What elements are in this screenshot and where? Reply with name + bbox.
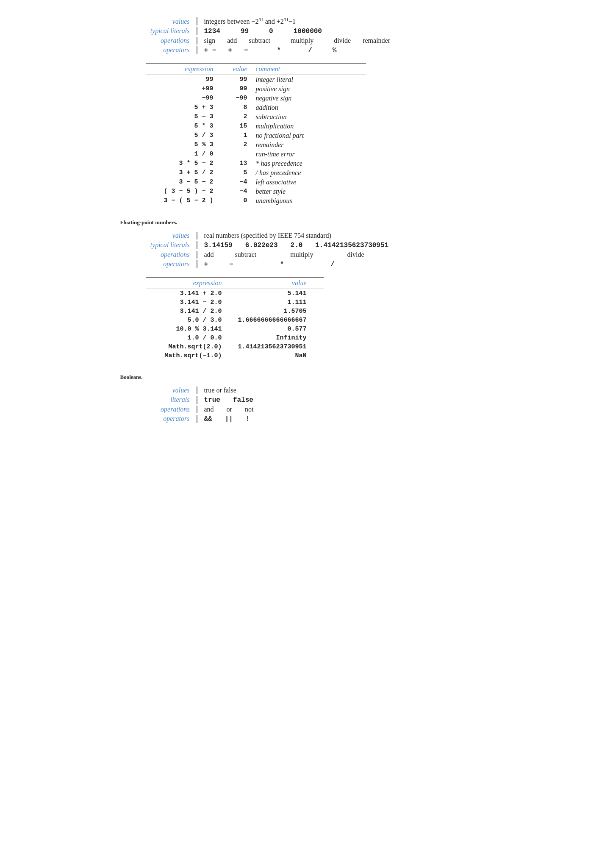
- oper-div: /: [308, 47, 312, 54]
- floats-range: real numbers (specified by IEEE 754 stan…: [204, 232, 331, 239]
- table-row: 3 − ( 5 − 2 )0unambiguous: [146, 196, 366, 206]
- floats-expr-table: expression value 3.141 + 2.05.141 3.141 …: [146, 277, 324, 360]
- table-row: 1.0 / 0.0Infinity: [146, 334, 324, 342]
- integers-opers-label: operators: [120, 46, 197, 54]
- table-row: 1 / 0run-time error: [146, 150, 366, 159]
- bop-and: and: [204, 406, 214, 413]
- header-expression: expression: [146, 65, 222, 73]
- flit-pi: 3.14159: [204, 242, 233, 249]
- table-row: ( 3 − 5 ) − 2−4better style: [146, 187, 366, 196]
- integers-opers-row: operators + − + − * / %: [120, 46, 493, 54]
- floats-label: Floating-point numbers.: [120, 219, 493, 226]
- table-row: +9999positive sign: [146, 84, 366, 94]
- table-row: 3 − 5 − 2−4left associative: [146, 178, 366, 187]
- bool-false: false: [233, 396, 253, 404]
- floats-values-row: values real numbers (specified by IEEE 7…: [120, 232, 493, 239]
- lit-1234: 1234: [204, 28, 220, 35]
- floats-literals-label: typical literals: [120, 241, 197, 249]
- table-row: 5 % 32remainder: [146, 140, 366, 150]
- fheader-expression: expression: [146, 279, 230, 287]
- oper-sign: + −: [204, 47, 216, 54]
- booleans-opers-content: && || !: [197, 415, 250, 423]
- table-row: Math.sqrt(2.0)1.4142135623730951: [146, 342, 324, 351]
- lit-99: 99: [241, 28, 249, 35]
- floats-values-content: real numbers (specified by IEEE 754 stan…: [197, 232, 331, 239]
- floats-expr-header: expression value: [146, 278, 324, 289]
- bool-true: true: [204, 396, 220, 404]
- floats-prop-table: values real numbers (specified by IEEE 7…: [120, 232, 493, 268]
- table-row: Math.sqrt(−1.0)NaN: [146, 351, 324, 360]
- fheader-value: value: [230, 279, 315, 287]
- floats-literals-row: typical literals 3.14159 6.022e23 2.0 1.…: [120, 241, 493, 249]
- foper-sub: −: [229, 261, 233, 268]
- booleans-values-label: values: [120, 387, 197, 394]
- booleans-ops-row: operations and or not: [120, 406, 493, 413]
- booleans-literals-content: true false: [197, 396, 253, 404]
- bool-range: true or false: [204, 387, 236, 394]
- table-row: 3.141 − 2.01.111: [146, 298, 324, 307]
- flit-two: 2.0: [291, 242, 303, 249]
- fop-multiply: multiply: [290, 251, 313, 259]
- table-row: 5 − 32subtraction: [146, 112, 366, 122]
- header-value: value: [222, 65, 256, 73]
- floats-opers-row: operators + − * /: [120, 260, 493, 268]
- booleans-opers-row: operators && || !: [120, 415, 493, 423]
- op-remainder: remainder: [363, 37, 390, 45]
- floats-section: Floating-point numbers. values real numb…: [120, 219, 493, 360]
- floats-ops-row: operations add subtract multiply divide: [120, 251, 493, 259]
- table-row: 5 / 31no fractional part: [146, 131, 366, 140]
- boper-not: !: [246, 415, 250, 423]
- booleans-ops-content: and or not: [197, 406, 254, 413]
- floats-opers-label: operators: [120, 260, 197, 268]
- table-row: 3.141 + 2.05.141: [146, 289, 324, 298]
- integers-range: integers between −231 and +231−1: [204, 17, 296, 25]
- foper-mul: *: [280, 261, 284, 268]
- integers-prop-table: values integers between −231 and +231−1 …: [120, 17, 493, 54]
- boper-or: ||: [225, 415, 233, 423]
- table-row: 3 * 5 − 213* has precedence: [146, 159, 366, 168]
- integers-literals-row: typical literals 1234 99 0 1000000: [120, 27, 493, 35]
- floats-literals-content: 3.14159 6.022e23 2.0 1.4142135623730951: [197, 242, 389, 249]
- floats-opers-content: + − * /: [197, 261, 335, 268]
- fop-add: add: [204, 251, 214, 259]
- integers-values-row: values integers between −231 and +231−1: [120, 17, 493, 25]
- integers-ops-row: operations sign add subtract multiply di…: [120, 37, 493, 45]
- booleans-section: Booleans. values true or false literals …: [120, 374, 493, 423]
- flit-sqrt2: 1.4142135623730951: [315, 242, 388, 249]
- booleans-literals-label: literals: [120, 396, 197, 403]
- integers-opers-content: + − + − * / %: [197, 47, 337, 54]
- boper-and: &&: [204, 415, 212, 423]
- table-row: 3.141 / 2.01.5705: [146, 307, 324, 316]
- op-multiply: multiply: [291, 37, 313, 45]
- integers-literals-content: 1234 99 0 1000000: [197, 28, 322, 35]
- oper-mul: *: [277, 47, 281, 54]
- booleans-ops-label: operations: [120, 406, 197, 413]
- fop-subtract: subtract: [235, 251, 257, 259]
- integers-ops-label: operations: [120, 37, 197, 45]
- lit-0: 0: [269, 28, 273, 35]
- booleans-opers-label: operators: [120, 415, 197, 423]
- table-row: 10.0 % 3.1410.577: [146, 325, 324, 334]
- bop-or: or: [227, 406, 232, 413]
- integers-expr-header: expression value comment: [146, 64, 366, 75]
- floats-values-label: values: [120, 232, 197, 239]
- foper-div: /: [330, 261, 335, 268]
- booleans-prop-table: values true or false literals true false…: [120, 387, 493, 423]
- integers-literals-label: typical literals: [120, 27, 197, 35]
- op-subtract: subtract: [249, 37, 270, 45]
- op-divide: divide: [334, 37, 351, 45]
- header-comment: comment: [256, 65, 366, 73]
- op-add: add: [227, 37, 237, 45]
- oper-rem: %: [333, 47, 337, 54]
- booleans-label: Booleans.: [120, 374, 493, 381]
- flit-avogadro: 6.022e23: [245, 242, 278, 249]
- table-row: 5.0 / 3.01.6666666666666667: [146, 316, 324, 325]
- op-sign: sign: [204, 37, 216, 45]
- floats-ops-label: operations: [120, 251, 197, 259]
- integers-ops-content: sign add subtract multiply divide remain…: [197, 37, 391, 45]
- integers-values-content: integers between −231 and +231−1: [197, 17, 296, 25]
- bop-not: not: [245, 406, 253, 413]
- fop-divide: divide: [347, 251, 364, 259]
- lit-1000000: 1000000: [294, 28, 322, 35]
- oper-sub: −: [244, 47, 248, 54]
